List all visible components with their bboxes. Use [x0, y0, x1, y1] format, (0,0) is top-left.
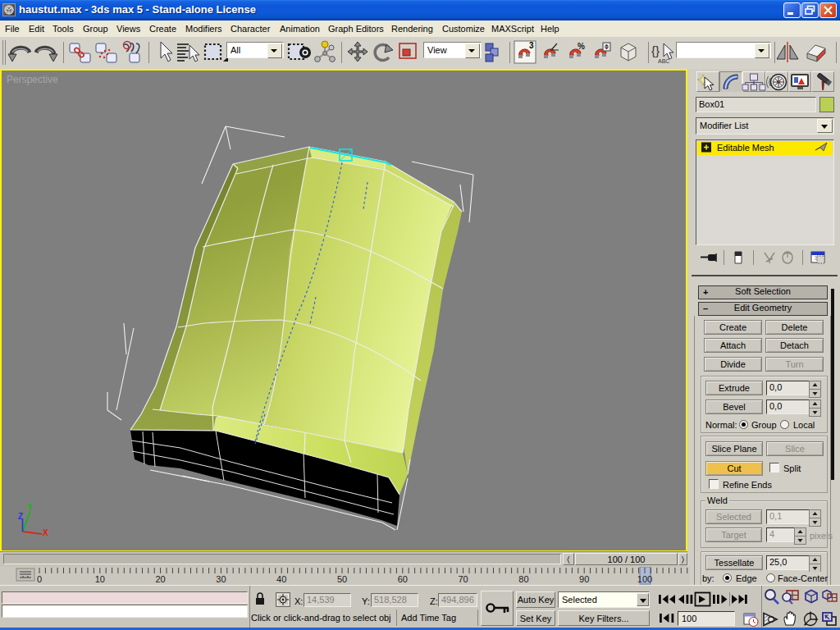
svg-text:ABC: ABC — [658, 58, 669, 64]
svg-text:60: 60 — [398, 574, 408, 584]
svg-text:Y: Y — [27, 503, 33, 512]
svg-text:%: % — [578, 42, 585, 51]
svg-text:X: X — [43, 528, 48, 537]
svg-text:{}: {} — [651, 43, 660, 57]
svg-text:Z: Z — [18, 512, 23, 521]
svg-text:20: 20 — [155, 574, 165, 584]
svg-text:30: 30 — [216, 574, 226, 584]
svg-text:90: 90 — [579, 574, 589, 584]
svg-text:3: 3 — [529, 41, 534, 50]
svg-text:80: 80 — [518, 574, 528, 584]
svg-text:10: 10 — [95, 574, 105, 584]
svg-text:0: 0 — [37, 574, 42, 584]
svg-text:40: 40 — [276, 574, 286, 584]
svg-text:70: 70 — [458, 574, 468, 584]
svg-text:100: 100 — [637, 574, 652, 584]
svg-text:50: 50 — [337, 574, 347, 584]
